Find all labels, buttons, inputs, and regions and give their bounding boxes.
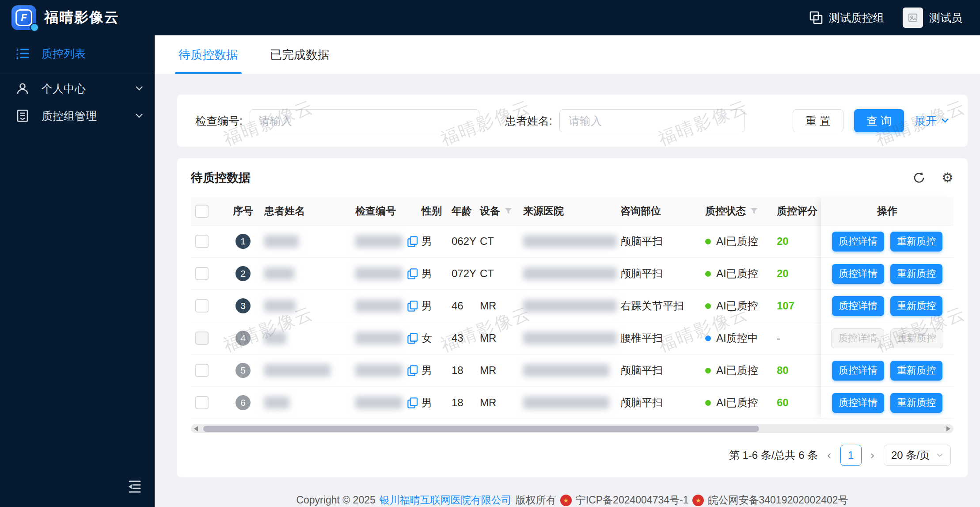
cell-hospital (523, 300, 620, 312)
part-value: 腰椎平扫 (620, 331, 663, 345)
cell-patient (264, 235, 355, 248)
scroll-right-arrow-icon[interactable] (946, 426, 950, 431)
qc-detail-button[interactable]: 质控详情 (832, 393, 884, 413)
action-cell: 质控详情重新质控 (821, 355, 953, 387)
table-header-row: 序号患者姓名检查编号性别年龄设备来源医院咨询部位质控状态质控评分 (191, 197, 887, 225)
cell-age: 18 (452, 364, 480, 377)
copy-icon[interactable] (407, 268, 418, 280)
filter-icon[interactable] (505, 208, 512, 215)
cell-age: 072Y (452, 267, 480, 280)
row-checkbox[interactable] (195, 299, 209, 313)
cell-part: 右踝关节平扫 (620, 299, 705, 313)
cell-patient (264, 267, 355, 280)
cell-checkbox (191, 396, 225, 409)
action-cell: 质控详情重新质控 (821, 225, 953, 258)
row-checkbox[interactable] (195, 364, 209, 377)
hospital-redacted (523, 396, 609, 409)
qc-detail-button[interactable]: 质控详情 (832, 232, 884, 252)
redo-qc-button[interactable]: 重新质控 (890, 393, 942, 413)
status-dot (705, 271, 711, 277)
part-value: 颅脑平扫 (620, 396, 663, 410)
redo-qc-button[interactable]: 重新质控 (890, 232, 942, 252)
qc-detail-button[interactable]: 质控详情 (832, 361, 884, 381)
gender-value: 男 (422, 363, 432, 377)
column-label: 年龄 (452, 204, 472, 218)
expand-link[interactable]: 展开 (915, 114, 949, 128)
patient-redacted (264, 332, 286, 344)
prev-page-icon[interactable]: ‹ (827, 449, 831, 462)
tab-completed-data[interactable]: 已完成数据 (270, 35, 330, 74)
row-index-badge: 6 (236, 395, 251, 410)
row-index-badge: 3 (236, 298, 251, 313)
action-cell: 质控详情重新质控 (821, 258, 953, 290)
sidebar-item-qc-group-mgmt[interactable]: 质控组管理 (0, 102, 155, 130)
score-value: 60 (777, 396, 789, 409)
patient-name-label: 患者姓名: (505, 114, 552, 128)
exam-redacted (355, 332, 403, 344)
filter-icon[interactable] (750, 208, 758, 215)
reset-button[interactable]: 重 置 (793, 109, 843, 132)
sidebar-collapse-icon[interactable] (127, 479, 142, 496)
copy-icon[interactable] (407, 397, 418, 409)
sidebar-item-qc-list[interactable]: 123 质控列表 (0, 40, 155, 67)
column-label: 性别 (422, 204, 442, 218)
row-checkbox[interactable] (195, 396, 209, 409)
qc-detail-button[interactable]: 质控详情 (832, 264, 884, 284)
app-title: 福晴影像云 (44, 8, 119, 27)
redo-qc-button[interactable]: 重新质控 (890, 264, 942, 284)
cell-age: 062Y (452, 235, 480, 248)
fixed-action-column: 操作质控详情重新质控质控详情重新质控质控详情重新质控质控详情重新质控质控详情重新… (821, 197, 953, 419)
copy-icon[interactable] (407, 332, 418, 344)
column-label: 患者姓名 (264, 204, 305, 218)
cell-gender: 男 (422, 267, 452, 281)
search-button[interactable]: 查 询 (854, 109, 904, 132)
sidebar-item-label: 质控组管理 (42, 109, 97, 123)
horizontal-scrollbar[interactable] (191, 424, 953, 433)
hospital-redacted (523, 364, 609, 377)
copy-icon[interactable] (407, 236, 418, 248)
qc-group-icon[interactable] (809, 11, 823, 24)
column-header-actions: 操作 (821, 197, 953, 225)
score-value: 20 (777, 235, 789, 248)
scroll-left-arrow-icon[interactable] (194, 426, 198, 431)
sidebar-item-personal-center[interactable]: 个人中心 (0, 75, 155, 102)
table-card: 待质控数据 ⚙ 序号患者姓名检查编号性别年龄设备来源医院咨询部位质控状态质控评分… (177, 158, 968, 477)
redo-qc-button[interactable]: 重新质控 (890, 296, 942, 316)
avatar[interactable] (903, 8, 923, 28)
settings-gear-icon[interactable]: ⚙ (942, 171, 953, 184)
cell-index: 3 (225, 298, 264, 313)
select-all-checkbox[interactable] (195, 205, 209, 218)
row-checkbox[interactable] (195, 235, 209, 248)
copy-icon[interactable] (407, 365, 418, 377)
next-page-icon[interactable]: › (870, 449, 875, 462)
company-link[interactable]: 银川福晴互联网医院有限公司 (380, 493, 512, 507)
age-value: 46 (452, 300, 463, 312)
user-name[interactable]: 测试员 (929, 11, 962, 25)
cell-part: 颅脑平扫 (620, 396, 705, 410)
redo-qc-button[interactable]: 重新质控 (890, 361, 942, 381)
patient-name-input[interactable] (559, 109, 745, 132)
refresh-icon[interactable] (912, 171, 926, 184)
qc-group-name[interactable]: 测试质控组 (829, 11, 884, 25)
scrollbar-thumb[interactable] (203, 426, 759, 432)
exam-number-input[interactable] (250, 109, 479, 132)
row-checkbox[interactable] (195, 267, 209, 280)
qc-detail-button[interactable]: 质控详情 (832, 296, 884, 316)
tab-pending-data[interactable]: 待质控数据 (179, 35, 238, 74)
cell-gender: 男 (422, 299, 452, 313)
logo[interactable]: F 福晴影像云 (0, 0, 155, 35)
page-number[interactable]: 1 (840, 445, 862, 466)
cell-exam (355, 396, 422, 409)
column-header-hospital: 来源医院 (523, 204, 620, 218)
row-index-badge: 4 (236, 331, 251, 346)
status-text: AI质控中 (716, 331, 758, 345)
cell-exam (355, 332, 422, 344)
cell-checkbox (191, 299, 225, 313)
user-icon (16, 82, 30, 95)
page-size-select[interactable]: 20 条/页 (884, 445, 951, 466)
copy-icon[interactable] (407, 300, 418, 312)
svg-text:3: 3 (16, 56, 19, 60)
svg-text:2: 2 (16, 52, 19, 56)
cell-status: AI已质控 (705, 234, 777, 248)
sidebar-item-label: 个人中心 (42, 81, 86, 96)
